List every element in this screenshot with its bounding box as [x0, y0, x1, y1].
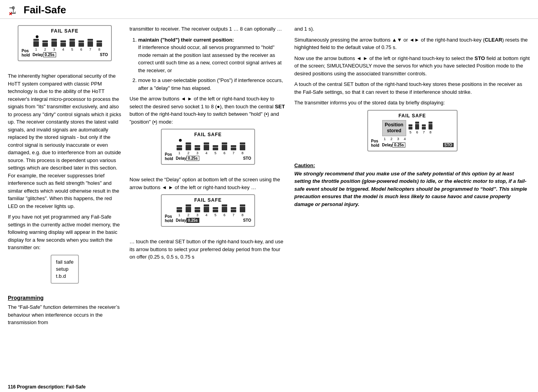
servo-bar-5	[69, 39, 76, 47]
delay-label-2: Delay	[176, 156, 186, 160]
failsafe-display-3-container: FAIL SAFE Poshold	[129, 194, 286, 232]
channel-area-3: 1 2 3 4 5 6 7 8 Delay 0.25s	[176, 204, 251, 223]
numbers-row-3: 1 2 3 4 5 6 7 8	[176, 213, 251, 217]
failsafe-display-1-container: FAIL SAFE Poshold	[8, 25, 122, 67]
mid-list-item-2: move to a user-selectable position ("Pos…	[138, 77, 286, 92]
mid-column: transmitter to receiver. The receiver ou…	[129, 25, 294, 330]
delay-label-4: Delay	[382, 143, 393, 147]
failsafe-title-4: FAIL SAFE	[371, 113, 454, 119]
bar-row-4-partial	[408, 122, 454, 129]
failsafe-display-2-container: FAIL SAFE Poshold	[129, 129, 286, 170]
list-item-1-label: maintain ("hold") their current position…	[138, 37, 234, 43]
bar-row-2	[176, 142, 251, 150]
caution-section: Caution: We strongly recommend that you …	[294, 162, 530, 208]
numbers-row-4-left: 1 2 3 4	[382, 137, 454, 141]
delay-value-3: 0.25s	[186, 218, 199, 223]
sto-label-2: STO	[243, 156, 251, 160]
sto-label-4: STO	[443, 143, 453, 147]
delay-label-3: Delay	[176, 218, 186, 222]
delay-row-4: Delay 0.25s STO	[382, 142, 454, 148]
right-para1: and 1 s).	[294, 25, 530, 33]
header-icons	[8, 5, 19, 16]
mid-para4: … touch the central SET button of the ri…	[129, 238, 286, 261]
position-stored-text: Positionstored	[382, 120, 406, 136]
mid-list: maintain ("hold") their current position…	[129, 36, 286, 92]
left-para-2: If you have not yet programmed any Fail-…	[8, 213, 122, 252]
pos-hold-label-2: Poshold	[165, 152, 173, 161]
delay-row-2: Delay 0.25s STO	[176, 156, 251, 161]
failsafe-display-1: FAIL SAFE Poshold	[18, 25, 112, 61]
channel-area-1: 1 2 3 4 5 6 7 8 Delay 0.25s	[33, 35, 108, 57]
list-item-1-detail: If interference should occur, all servos…	[138, 44, 282, 73]
delay-value-1: 0.25s	[43, 52, 56, 57]
right-column: and 1 s). Simultaneously pressing the ar…	[294, 25, 530, 330]
servo-bar-3	[51, 39, 58, 47]
sto-label-1: STO	[100, 53, 108, 57]
pos-hold-label-1: Poshold	[22, 49, 30, 57]
left-para-1: The inherently higher operational securi…	[8, 72, 122, 210]
right-para3: Now use the arrow buttons ◄ ► of the lef…	[294, 55, 530, 78]
dot-row-1	[33, 35, 108, 38]
setup-line2: setup	[56, 266, 69, 272]
setup-box: fail safe setup t.b.d	[51, 255, 79, 284]
failsafe-icon	[8, 5, 19, 16]
failsafe-display-4: FAIL SAFE Poshold Positionstored	[367, 110, 458, 151]
delay-row-1: Delay 0.25s STO	[33, 52, 108, 57]
numbers-row-2: 1 2 3 4 5 6 7 8	[176, 151, 251, 155]
right-para4: A touch of the central SET button of the…	[294, 80, 530, 96]
right-para2: Simultaneously pressing the arrow button…	[294, 36, 530, 51]
caution-title: Caution:	[294, 162, 530, 168]
programming-text: The “Fail-Safe” function determines the …	[8, 303, 122, 326]
failsafe-display-4-container: FAIL SAFE Poshold Positionstored	[294, 110, 530, 157]
setup-line1: fail safe	[56, 259, 74, 265]
servo-bar-7	[87, 39, 94, 47]
servo-bar-4	[60, 40, 67, 47]
servo-bar-8	[96, 40, 103, 47]
failsafe-title-2: FAIL SAFE	[165, 132, 251, 137]
right-para5: The transmitter informs you of the store…	[294, 99, 530, 107]
pos-hold-label-3: Poshold	[165, 214, 173, 223]
main-content: FAIL SAFE Poshold	[0, 19, 538, 336]
servo-bar-6	[78, 40, 85, 47]
failsafe-inner-4: Poshold Positionstored	[371, 120, 454, 148]
channel-area-2: 1 2 3 4 5 6 7 8 Delay 0.25s	[176, 139, 251, 161]
bar-row-3	[176, 204, 251, 212]
left-column: FAIL SAFE Poshold	[8, 25, 129, 330]
failsafe-title-1: FAIL SAFE	[22, 28, 108, 34]
numbers-row-1: 1 2 3 4 5 6 7 8	[33, 47, 108, 51]
page-title: Fail-Safe	[24, 4, 66, 16]
delay-row-3: Delay 0.25s STO	[176, 218, 251, 223]
selected-dot-1	[36, 35, 38, 38]
delay-value-4: 0.25s	[392, 142, 405, 148]
page-footer: 116 Program description: Fail-Safe	[0, 382, 538, 392]
failsafe-display-2: FAIL SAFE Poshold	[161, 129, 255, 165]
setup-line3: t.b.d	[56, 273, 66, 279]
caution-text: We strongly recommend that you make use …	[294, 170, 530, 208]
failsafe-inner-3: Poshold	[165, 204, 251, 223]
bar-row-1	[33, 39, 108, 47]
mid-intro: transmitter to receiver. The receiver ou…	[129, 25, 286, 33]
delay-label-1: Delay	[33, 53, 43, 57]
failsafe-title-3: FAIL SAFE	[165, 197, 251, 203]
delay-value-2: 0.25s	[186, 156, 199, 161]
mid-para2: Use the arrow buttons ◄ ► of the left or…	[129, 95, 286, 126]
pos-hold-label-4: Poshold	[371, 139, 379, 148]
programming-title: Programming	[8, 295, 122, 301]
failsafe-inner-1: Poshold	[22, 35, 108, 57]
page-header: Fail-Safe	[0, 0, 538, 19]
selected-dot-2	[179, 139, 182, 142]
footer-text: 116 Program description: Fail-Safe	[8, 384, 86, 390]
sto-label-3: STO	[243, 218, 251, 222]
numbers-row-4-partial: 5 6 7 8	[408, 130, 454, 134]
list-item-2-detail: move to a user-selectable position ("Pos…	[138, 77, 283, 91]
mid-list-item-1: maintain ("hold") their current position…	[138, 36, 286, 75]
dot-row-2	[176, 139, 251, 142]
mid-para3: Now select the “Delay” option at bottom …	[129, 176, 286, 191]
servo-bar-2	[42, 40, 49, 47]
failsafe-display-3: FAIL SAFE Poshold	[161, 194, 255, 227]
failsafe-inner-2: Poshold	[165, 139, 251, 161]
servo-bar-1	[33, 39, 40, 47]
